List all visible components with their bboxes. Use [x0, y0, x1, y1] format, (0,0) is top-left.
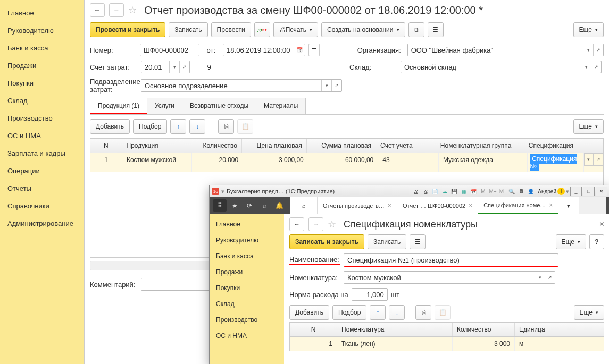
back-button[interactable]: ← — [90, 3, 105, 17]
sidebar-item[interactable]: Банк и касса — [210, 248, 284, 264]
add-button[interactable]: Добавить — [289, 305, 329, 320]
close-icon[interactable]: × — [388, 202, 391, 209]
open-icon[interactable]: ↗ — [179, 61, 189, 73]
sidebar-item[interactable]: Зарплата и кадры — [0, 145, 84, 162]
sidebar-item[interactable]: Главное — [0, 4, 84, 22]
list-icon[interactable]: ☰ — [410, 234, 426, 249]
more-button[interactable]: Еще▾ — [573, 22, 604, 37]
name-input[interactable]: Спецификация №1 (производство) — [344, 253, 558, 267]
tab-products[interactable]: Продукция (1) — [90, 98, 147, 114]
date-input[interactable]: 18.06.2019 12:00:00📅 — [223, 44, 305, 56]
close-icon[interactable]: ✕ — [596, 187, 607, 196]
search-icon[interactable]: ⌕ — [257, 199, 271, 212]
col-n[interactable]: N — [290, 323, 337, 336]
popup-tab[interactable]: Отчет … ШФ00-000002× — [397, 197, 478, 214]
paste-icon[interactable]: 📋 — [435, 305, 451, 320]
submit-button[interactable]: Записать и закрыть — [289, 234, 364, 249]
sidebar-item[interactable]: Продажи — [0, 57, 84, 74]
col-group[interactable]: Номенклатурная группа — [436, 139, 524, 153]
user-icon[interactable]: 👤 — [527, 187, 535, 196]
popup-tab[interactable]: Отчеты производств…× — [318, 197, 397, 214]
spec-cell[interactable]: Спецификация № — [530, 154, 577, 171]
tab-services[interactable]: Услуги — [147, 98, 182, 114]
history-icon[interactable]: ⟳ — [243, 199, 256, 212]
sidebar-item[interactable]: Продажи — [210, 264, 284, 280]
copy-icon[interactable]: ⎘ — [218, 119, 234, 134]
more-button[interactable]: Еще▾ — [573, 119, 604, 134]
help-button[interactable]: ? — [589, 234, 604, 249]
submit-button[interactable]: Провести и закрыть — [90, 22, 165, 37]
col-nomen[interactable]: Номенклатура — [337, 323, 453, 336]
back-button[interactable]: ← — [289, 217, 304, 231]
sidebar-item[interactable]: Руководителю — [0, 22, 84, 39]
open-icon[interactable]: ↗ — [545, 272, 555, 283]
sidebar-item[interactable]: Покупки — [0, 74, 84, 92]
sidebar-item[interactable]: Операции — [0, 162, 84, 180]
grid-icon[interactable]: ▦ — [460, 187, 468, 196]
chevron-down-icon[interactable]: ▾ — [584, 153, 594, 166]
calc-icon[interactable]: 🖩 — [517, 187, 525, 196]
copy-icon[interactable]: ⎘ — [415, 305, 431, 320]
print2-icon[interactable]: 🖨 — [421, 187, 430, 196]
maximize-icon[interactable]: □ — [583, 187, 595, 196]
sidebar-item[interactable]: ОС и НМА — [0, 127, 84, 145]
forward-button[interactable]: → — [109, 3, 124, 17]
date-extra-button[interactable]: ☰ — [308, 44, 320, 56]
close-icon[interactable]: × — [549, 201, 553, 209]
org-input[interactable]: ООО "Швейная фабрика"▾↗ — [407, 44, 604, 56]
sidebar-item[interactable]: Отчеты — [0, 180, 84, 197]
table-row[interactable]: 1 Ткань (лен) 3 000 м — [290, 337, 604, 351]
sidebar-item[interactable]: Главное — [210, 216, 284, 232]
col-price[interactable]: Цена плановая — [242, 139, 307, 153]
col-spec[interactable]: Спецификация — [524, 139, 603, 153]
print-icon[interactable]: 🖨 — [412, 187, 420, 196]
open-icon[interactable]: ↗ — [594, 153, 603, 166]
info-icon[interactable]: i — [557, 188, 565, 195]
calendar-icon[interactable]: 📅 — [295, 44, 305, 56]
forward-button[interactable]: → — [308, 217, 323, 231]
sidebar-item[interactable]: Администрирование — [0, 215, 84, 232]
paste-icon[interactable]: 📋 — [237, 119, 253, 134]
star-icon[interactable]: ☆ — [328, 218, 339, 230]
chevron-down-icon[interactable]: ▾ — [583, 44, 593, 56]
calendar-icon[interactable]: 📅 — [469, 187, 478, 196]
move-down-icon[interactable]: ↓ — [189, 119, 205, 134]
link-icon[interactable]: ⧉ — [408, 22, 424, 37]
sidebar-item[interactable]: Склад — [210, 296, 284, 312]
star-icon[interactable]: ☆ — [128, 4, 140, 16]
move-up-icon[interactable]: ↑ — [370, 305, 386, 320]
open-icon[interactable]: ↗ — [331, 80, 341, 91]
move-up-icon[interactable]: ↑ — [170, 119, 186, 134]
m-icon[interactable]: M — [479, 187, 487, 196]
table-row[interactable]: 1 Костюм мужской 20,000 3 000,00 60 000,… — [90, 153, 603, 172]
write-button[interactable]: Записать — [368, 234, 406, 249]
open-icon[interactable]: ↗ — [591, 61, 601, 73]
star-icon[interactable]: ★ — [228, 199, 241, 212]
close-icon[interactable]: × — [599, 219, 604, 229]
col-qty[interactable]: Количество — [191, 139, 242, 153]
tab-menu[interactable]: ▾ — [558, 197, 579, 214]
create-based-button[interactable]: Создать на основании▾ — [321, 22, 405, 37]
home-tab[interactable]: ⌂ — [290, 197, 318, 214]
mplus-icon[interactable]: M+ — [488, 187, 497, 196]
print-button[interactable]: 🖨 Печать▾ — [273, 22, 318, 37]
number-input[interactable]: ШФ00-000002 — [140, 44, 199, 56]
division-input[interactable]: Основное подразделение▾↗ — [141, 79, 342, 92]
col-unit[interactable]: Единица — [515, 323, 577, 336]
sidebar-item[interactable]: Справочники — [0, 197, 84, 215]
col-n[interactable]: N — [90, 139, 122, 153]
sidebar-item[interactable]: ОС и НМА — [210, 328, 284, 344]
popup-tab[interactable]: Спецификация номе…× — [478, 197, 558, 214]
user-name[interactable]: Андрей — [538, 189, 556, 194]
sidebar-item[interactable]: Склад — [0, 92, 84, 109]
list-icon[interactable]: ☰ — [428, 22, 444, 37]
sidebar-item[interactable]: Банк и касса — [0, 39, 84, 57]
cloud-icon[interactable]: ☁ — [440, 187, 449, 196]
more-button[interactable]: Еще▾ — [574, 305, 604, 320]
close-icon[interactable]: × — [469, 202, 472, 209]
col-product[interactable]: Продукция — [122, 139, 191, 153]
warehouse-input[interactable]: Основной склад▾↗ — [401, 61, 602, 73]
tab-returns[interactable]: Возвратные отходы — [182, 98, 256, 114]
pick-button[interactable]: Подбор — [332, 305, 366, 320]
zoom-icon[interactable]: 🔍 — [507, 187, 516, 196]
